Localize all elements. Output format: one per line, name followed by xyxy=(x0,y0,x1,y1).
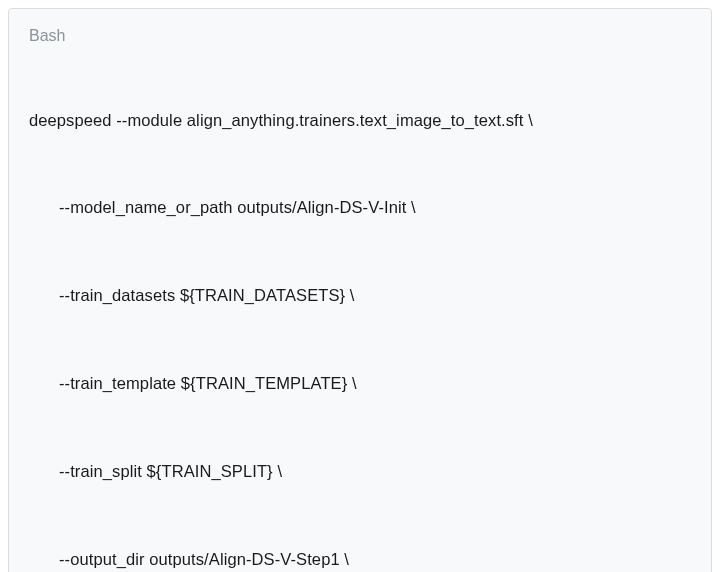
code-block: Bash deepspeed --module align_anything.t… xyxy=(8,8,712,572)
code-line: --model_name_or_path outputs/Align-DS-V-… xyxy=(29,196,691,219)
code-content: deepspeed --module align_anything.traine… xyxy=(29,63,691,572)
code-line: deepspeed --module align_anything.traine… xyxy=(29,109,691,132)
code-line: --train_split ${TRAIN_SPLIT} \ xyxy=(29,460,691,483)
code-line: --output_dir outputs/Align-DS-V-Step1 \ xyxy=(29,548,691,571)
code-line: --train_datasets ${TRAIN_DATASETS} \ xyxy=(29,284,691,307)
code-language-label: Bash xyxy=(29,27,691,45)
code-line: --train_template ${TRAIN_TEMPLATE} \ xyxy=(29,372,691,395)
